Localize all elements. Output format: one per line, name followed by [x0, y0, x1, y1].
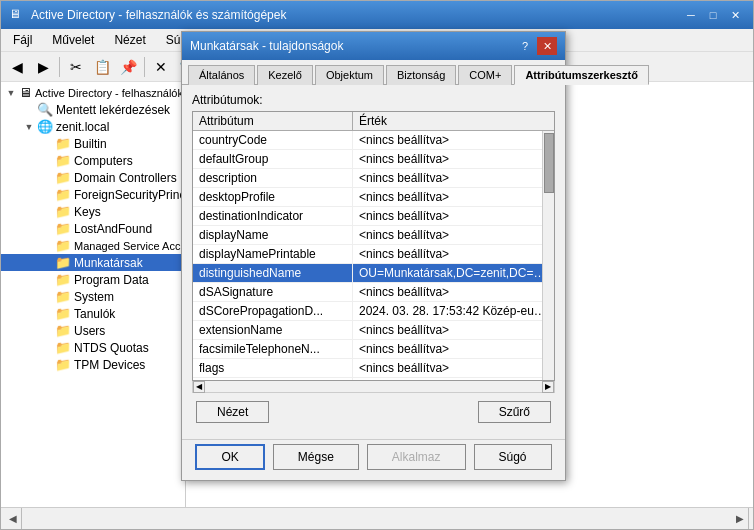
tab-objektum[interactable]: Objektum [315, 65, 384, 85]
table-row[interactable]: flags <nincs beállítva> [193, 359, 554, 378]
megse-button[interactable]: Mégse [273, 444, 359, 470]
dialog-content: Attribútumok: Attribútum Érték countryCo… [182, 84, 565, 435]
scrollbar-header-placeholder [542, 112, 554, 130]
table-body[interactable]: countryCode <nincs beállítva> defaultGro… [193, 131, 554, 380]
ok-button[interactable]: OK [195, 444, 264, 470]
col-value-header: Érték [353, 112, 542, 130]
attrib-name-displaynameprintable: displayNamePrintable [193, 245, 353, 263]
attrib-value-fsmroleowner: <nincs beállítva> [353, 378, 554, 380]
attrib-name-description: description [193, 169, 353, 187]
attrib-name-flags: flags [193, 359, 353, 377]
attrib-value-extensionname: <nincs beállítva> [353, 321, 554, 339]
properties-dialog: Munkatársak - tulajdonságok ? ✕ Általáno… [181, 31, 566, 481]
dialog-title-bar: Munkatársak - tulajdonságok ? ✕ [182, 32, 565, 60]
tab-com[interactable]: COM+ [458, 65, 512, 85]
tab-altalanos[interactable]: Általános [188, 65, 255, 85]
attrib-name-countrycode: countryCode [193, 131, 353, 149]
attrib-value-displayname: <nincs beállítva> [353, 226, 554, 244]
attrib-name-distinguishedname: distinguishedName [193, 264, 353, 282]
attrib-value-destinationindicator: <nincs beállítva> [353, 207, 554, 225]
attrib-name-extensionname: extensionName [193, 321, 353, 339]
table-header: Attribútum Érték [193, 112, 554, 131]
dialog-close-button[interactable]: ✕ [537, 37, 557, 55]
table-row[interactable]: description <nincs beállítva> [193, 169, 554, 188]
main-window: 🖥 Active Directory - felhasználók és szá… [0, 0, 754, 530]
scroll-left-button[interactable]: ◀ [193, 381, 205, 393]
scroll-right-button[interactable]: ▶ [542, 381, 554, 393]
attrib-value-flags: <nincs beállítva> [353, 359, 554, 377]
attrib-value-facsimile: <nincs beállítva> [353, 340, 554, 358]
dialog-action-row: Nézet Szűrő [192, 393, 555, 427]
nezet-button[interactable]: Nézet [196, 401, 269, 423]
dialog-title-buttons: ? ✕ [515, 37, 557, 55]
attrib-value-dscorepropagation: 2024. 03. 28. 17:53:42 Közép-európai nyá… [353, 302, 554, 320]
table-row[interactable]: displayName <nincs beállítva> [193, 226, 554, 245]
attrib-value-countrycode: <nincs beállítva> [353, 131, 554, 149]
table-row[interactable]: countryCode <nincs beállítva> [193, 131, 554, 150]
attrib-name-displayname: displayName [193, 226, 353, 244]
attrib-value-displaynameprintable: <nincs beállítva> [353, 245, 554, 263]
dialog-tab-bar: Általános Kezelő Objektum Biztonság COM+… [182, 60, 565, 84]
table-row[interactable]: defaultGroup <nincs beállítva> [193, 150, 554, 169]
table-row[interactable]: facsimileTelephoneN... <nincs beállítva> [193, 340, 554, 359]
attrib-value-dsasignature: <nincs beállítva> [353, 283, 554, 301]
scroll-track[interactable] [205, 381, 542, 393]
col-attribute-header: Attribútum [193, 112, 353, 130]
horizontal-scrollbar[interactable]: ◀ ▶ [192, 381, 555, 393]
attrib-name-dsasignature: dSASignature [193, 283, 353, 301]
table-row[interactable]: destinationIndicator <nincs beállítva> [193, 207, 554, 226]
attrib-name-dscorepropagation: dSCorePropagationD... [193, 302, 353, 320]
attrib-name-facsimile: facsimileTelephoneN... [193, 340, 353, 358]
tab-biztonsag[interactable]: Biztonság [386, 65, 456, 85]
attrib-value-distinguishedname: OU=Munkatársak,DC=zenit,DC=local [353, 264, 554, 282]
table-row[interactable]: dSASignature <nincs beállítva> [193, 283, 554, 302]
dialog-footer: OK Mégse Alkalmaz Súgó [182, 439, 565, 480]
tab-kezelo[interactable]: Kezelő [257, 65, 313, 85]
table-row[interactable]: desktopProfile <nincs beállítva> [193, 188, 554, 207]
dialog-title: Munkatársak - tulajdonságok [190, 39, 343, 53]
table-row[interactable]: displayNamePrintable <nincs beállítva> [193, 245, 554, 264]
attrib-value-desktopprofile: <nincs beállítva> [353, 188, 554, 206]
attrib-name-defaultgroup: defaultGroup [193, 150, 353, 168]
scrollbar-thumb[interactable] [544, 133, 554, 193]
table-row[interactable]: fSMORoleOwner <nincs beállítva> [193, 378, 554, 380]
table-row-distinguished[interactable]: distinguishedName OU=Munkatársak,DC=zeni… [193, 264, 554, 283]
attrib-name-destinationindicator: destinationIndicator [193, 207, 353, 225]
attrib-name-fsmroleowner: fSMORoleOwner [193, 378, 353, 380]
table-row[interactable]: extensionName <nincs beállítva> [193, 321, 554, 340]
table-scrollbar[interactable] [542, 131, 554, 380]
szuro-button[interactable]: Szűrő [478, 401, 551, 423]
attrib-name-desktopprofile: desktopProfile [193, 188, 353, 206]
sugo-button[interactable]: Súgó [474, 444, 552, 470]
dialog-help-button[interactable]: ? [515, 37, 535, 55]
attributes-table: Attribútum Érték countryCode <nincs beál… [192, 111, 555, 381]
attrib-value-defaultgroup: <nincs beállítva> [353, 150, 554, 168]
dialog-overlay: Munkatársak - tulajdonságok ? ✕ Általáno… [1, 1, 753, 529]
tab-attribszerk[interactable]: Attribútumszerkesztő [514, 65, 648, 85]
alkalmaz-button[interactable]: Alkalmaz [367, 444, 466, 470]
table-row[interactable]: dSCorePropagationD... 2024. 03. 28. 17:5… [193, 302, 554, 321]
attrib-value-description: <nincs beállítva> [353, 169, 554, 187]
attributes-label: Attribútumok: [192, 93, 555, 107]
